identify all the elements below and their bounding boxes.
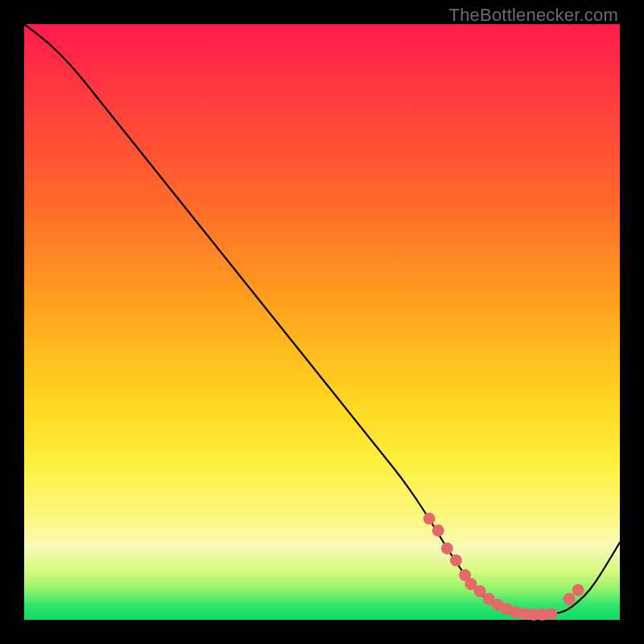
trough-dot [572, 584, 584, 597]
chart-frame: TheBottlenecker.com [0, 0, 644, 644]
trough-dots-group [423, 513, 584, 621]
plot-area [24, 24, 620, 620]
trough-dot [441, 543, 453, 555]
trough-dot [423, 513, 436, 525]
bottleneck-curve [24, 24, 620, 615]
attribution-text: TheBottlenecker.com [449, 5, 618, 26]
chart-svg [24, 24, 620, 620]
trough-dot [450, 555, 462, 567]
trough-dot [564, 593, 576, 605]
trough-dot [432, 525, 444, 537]
trough-dot [545, 608, 557, 620]
